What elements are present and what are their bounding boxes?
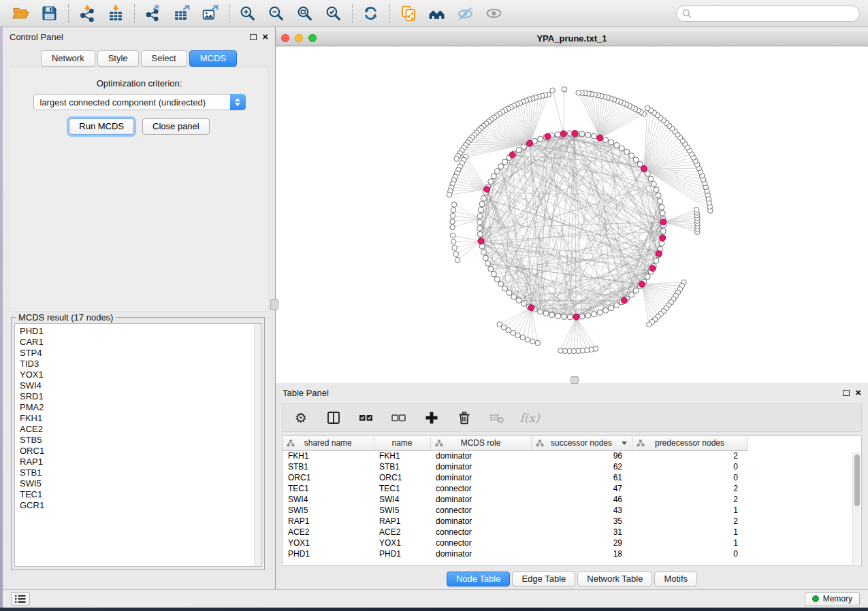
- network-window-titlebar[interactable]: YPA_prune.txt_1: [276, 30, 868, 46]
- export-image-button[interactable]: [197, 3, 222, 24]
- mcds-result-item[interactable]: SRD1: [20, 391, 261, 402]
- cell-shared-name[interactable]: PHD1: [283, 548, 374, 559]
- import-network-button[interactable]: [74, 3, 99, 24]
- horizontal-splitter-grip[interactable]: [570, 376, 579, 384]
- table-row[interactable]: YOX1 YOX1 connector 29 1: [283, 538, 861, 548]
- cell-successor-nodes[interactable]: 96: [531, 450, 632, 461]
- table-panel-tab[interactable]: Node Table: [447, 572, 511, 587]
- search-input[interactable]: [676, 5, 860, 22]
- select-all-columns-button[interactable]: [357, 409, 375, 427]
- mcds-result-item[interactable]: STB1: [20, 467, 261, 478]
- mcds-result-item[interactable]: RAP1: [20, 457, 261, 467]
- cell-successor-nodes[interactable]: 62: [531, 461, 632, 472]
- cell-predecessor-nodes[interactable]: 2: [632, 450, 748, 461]
- first-neighbors-button[interactable]: [424, 3, 449, 24]
- control-panel-tab[interactable]: Select: [141, 50, 187, 67]
- float-panel-icon[interactable]: [250, 34, 257, 40]
- criterion-dropdown[interactable]: largest connected component (undirected): [33, 94, 246, 110]
- cell-predecessor-nodes[interactable]: 2: [632, 483, 748, 494]
- cell-name[interactable]: YOX1: [374, 538, 430, 548]
- cell-name[interactable]: STB1: [374, 461, 430, 472]
- column-header[interactable]: shared name: [283, 436, 374, 450]
- table-panel-tab[interactable]: Motifs: [654, 572, 697, 587]
- zoom-out-button[interactable]: [263, 3, 288, 24]
- export-table-button[interactable]: [169, 3, 193, 24]
- cell-name[interactable]: SWI5: [374, 505, 430, 516]
- table-row[interactable]: TEC1 TEC1 connector 47 2: [283, 483, 861, 494]
- mcds-result-item[interactable]: STB5: [20, 435, 261, 446]
- close-panel-icon[interactable]: ×: [262, 33, 268, 40]
- cell-name[interactable]: RAP1: [374, 516, 430, 527]
- cell-successor-nodes[interactable]: 47: [531, 483, 632, 494]
- mcds-result-item[interactable]: SWI5: [20, 478, 261, 489]
- cell-name[interactable]: SWI4: [374, 494, 430, 505]
- mcds-result-item[interactable]: GCR1: [20, 500, 261, 511]
- table-row[interactable]: FKH1 FKH1 dominator 96 2: [283, 450, 861, 461]
- table-panel-tab[interactable]: Edge Table: [512, 572, 575, 587]
- mcds-result-item[interactable]: ORC1: [20, 446, 261, 457]
- cell-mcds-role[interactable]: dominator: [430, 450, 531, 461]
- open-file-button[interactable]: [8, 3, 33, 24]
- table-settings-button[interactable]: ⚙: [292, 409, 310, 427]
- cell-name[interactable]: FKH1: [374, 450, 430, 461]
- cell-successor-nodes[interactable]: 61: [531, 472, 632, 483]
- column-header[interactable]: MCDS role: [430, 436, 531, 450]
- close-panel-button[interactable]: Close panel: [142, 118, 210, 135]
- cell-shared-name[interactable]: YOX1: [283, 538, 374, 548]
- cell-mcds-role[interactable]: dominator: [430, 472, 531, 483]
- cell-predecessor-nodes[interactable]: 1: [632, 505, 748, 516]
- column-header[interactable]: successor nodes: [531, 436, 632, 450]
- hide-selected-button[interactable]: [453, 3, 477, 24]
- cell-shared-name[interactable]: STB1: [283, 461, 374, 472]
- show-all-button[interactable]: [481, 3, 506, 24]
- refresh-view-button[interactable]: [358, 3, 383, 24]
- cell-name[interactable]: ORC1: [374, 472, 430, 483]
- mcds-result-item[interactable]: PHD1: [20, 326, 261, 337]
- memory-button[interactable]: Memory: [805, 592, 860, 606]
- cell-shared-name[interactable]: TEC1: [283, 483, 374, 494]
- cell-shared-name[interactable]: ORC1: [283, 472, 374, 483]
- cell-predecessor-nodes[interactable]: 0: [632, 461, 748, 472]
- cell-name[interactable]: TEC1: [374, 483, 430, 494]
- cell-predecessor-nodes[interactable]: 1: [632, 538, 748, 548]
- zoom-fit-button[interactable]: [292, 3, 317, 24]
- cell-mcds-role[interactable]: dominator: [430, 494, 531, 505]
- control-panel-tab[interactable]: Style: [97, 50, 139, 67]
- table-panel-tab[interactable]: Network Table: [577, 572, 652, 587]
- cell-shared-name[interactable]: RAP1: [283, 516, 374, 527]
- cell-predecessor-nodes[interactable]: 2: [632, 516, 748, 527]
- run-mcds-button[interactable]: Run MCDS: [69, 118, 134, 135]
- table-scrollbar[interactable]: [852, 452, 861, 564]
- mcds-result-item[interactable]: ACE2: [20, 424, 261, 435]
- result-scrollbar[interactable]: [254, 324, 261, 566]
- table-row[interactable]: PHD1 PHD1 dominator 18 0: [283, 548, 861, 559]
- cell-predecessor-nodes[interactable]: 0: [632, 548, 748, 559]
- column-header[interactable]: name: [374, 436, 430, 450]
- zoom-selected-button[interactable]: [321, 3, 345, 24]
- cell-name[interactable]: PHD1: [374, 548, 430, 559]
- vertical-splitter-grip[interactable]: [270, 299, 278, 310]
- cell-successor-nodes[interactable]: 43: [531, 505, 632, 516]
- cell-shared-name[interactable]: FKH1: [283, 450, 374, 461]
- control-panel-tab[interactable]: MCDS: [189, 50, 237, 67]
- cell-mcds-role[interactable]: connector: [430, 505, 531, 516]
- mcds-result-item[interactable]: CAR1: [20, 337, 261, 348]
- table-row[interactable]: SWI4 SWI4 dominator 46 2: [283, 494, 861, 505]
- cell-shared-name[interactable]: SWI5: [283, 505, 374, 516]
- cell-mcds-role[interactable]: dominator: [430, 516, 531, 527]
- zoom-in-button[interactable]: [235, 3, 259, 24]
- table-row[interactable]: SWI5 SWI5 connector 43 1: [283, 505, 861, 516]
- export-network-button[interactable]: [140, 3, 165, 24]
- float-panel-icon[interactable]: [843, 390, 850, 396]
- cell-mcds-role[interactable]: dominator: [430, 548, 531, 559]
- table-scrollbar-thumb[interactable]: [854, 455, 860, 506]
- show-columns-button[interactable]: [325, 409, 342, 427]
- import-table-button[interactable]: [103, 3, 127, 24]
- mcds-result-item[interactable]: STP4: [20, 348, 261, 359]
- deselect-all-columns-button[interactable]: [390, 409, 408, 427]
- delete-column-button[interactable]: [455, 409, 473, 427]
- mcds-result-item[interactable]: FKH1: [20, 413, 261, 424]
- table-row[interactable]: RAP1 RAP1 dominator 35 2: [283, 516, 861, 527]
- save-session-button[interactable]: [37, 3, 61, 24]
- cell-predecessor-nodes[interactable]: 2: [632, 494, 748, 505]
